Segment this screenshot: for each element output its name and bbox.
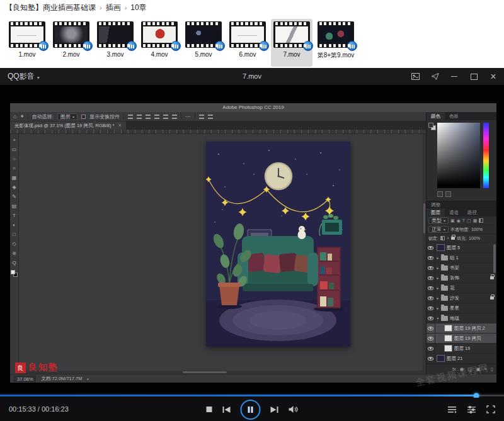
layer-lock-icon <box>490 276 494 279</box>
settings-button[interactable] <box>467 405 476 413</box>
breadcrumb-section[interactable]: 插画 <box>106 3 121 13</box>
brush-tool-icon: ✎ <box>10 192 19 201</box>
previous-button[interactable] <box>222 406 231 413</box>
group-folder-icon <box>441 276 448 281</box>
fullscreen-button[interactable] <box>486 405 495 413</box>
visibility-eye-icon <box>427 323 435 334</box>
layer-thumbnail <box>437 244 445 251</box>
video-file-6[interactable]: 6.mov <box>226 21 270 60</box>
layer-thumbnail <box>444 335 452 342</box>
hand-tool-icon: ≋ <box>10 249 19 258</box>
document-tab: 光影体现.psd @ 37.1% (图层 19 拷贝, RGB/8) * <box>10 121 126 130</box>
home-icon <box>13 113 16 120</box>
player-controls: 00:15:33 / 00:16:23 <box>0 398 504 421</box>
close-button[interactable] <box>489 72 498 81</box>
visibility-eye-icon <box>427 253 435 263</box>
type-tool-icon: T <box>10 211 19 220</box>
breadcrumb-separator-icon: › <box>100 4 102 11</box>
align-right-icon <box>146 114 151 119</box>
blend-mode-row: 正常 不透明度: 100% <box>427 225 496 234</box>
file-label: 第8+第9.mov <box>318 51 355 60</box>
photoshop-options-bar: + 自动选择: 图层 显示变换控件 <box>10 112 426 121</box>
layer-row: 星星 <box>427 303 496 313</box>
blend-mode-dropdown: 正常 <box>428 226 449 233</box>
collapse-icon <box>435 316 440 320</box>
file-label: 4.mov <box>151 51 168 58</box>
movie-badge-icon <box>215 41 225 51</box>
film-icon <box>141 21 178 48</box>
lock-transparency-icon <box>440 236 445 240</box>
visibility-eye-icon <box>427 334 435 344</box>
visibility-eye-icon <box>427 263 435 273</box>
file-label: 6.mov <box>239 51 256 58</box>
move-tool-icon: + <box>20 113 23 120</box>
breadcrumb-separator-icon: › <box>125 4 127 11</box>
stop-button[interactable] <box>206 406 213 413</box>
seek-bar[interactable] <box>0 393 504 398</box>
layers-scrollbar <box>493 244 496 273</box>
video-file-5[interactable]: 5.mov <box>181 21 226 60</box>
film-icon <box>53 21 89 48</box>
file-label: 5.mov <box>195 51 212 58</box>
filter-pixel-icon: ▣ <box>450 218 455 223</box>
opacity-label: 不透明度: <box>450 227 469 233</box>
move-tool-icon: + <box>10 135 19 145</box>
sofa <box>238 236 318 291</box>
brand-name: 良知塾 <box>28 362 59 373</box>
shape-tool-icon: □ <box>10 230 19 239</box>
play-pause-button[interactable] <box>241 400 261 420</box>
share-icon[interactable] <box>430 72 439 81</box>
document-size-info: 文档:72.0M/717.7M <box>41 376 82 382</box>
expand-icon <box>435 266 440 270</box>
movie-badge-icon <box>38 41 49 51</box>
filter-shape-icon: ▢ <box>467 218 471 223</box>
photoshop-toolbar: + ▭ ○ ⌗ ▦ ◈ ✎ ▤ T ◐ □ ◇ ≋ Q <box>10 134 19 374</box>
layer-row: 花 <box>427 283 496 293</box>
file-label: 3.mov <box>106 51 123 58</box>
breadcrumb-chapter[interactable]: 10章 <box>130 3 146 13</box>
snapshot-icon[interactable] <box>411 72 420 81</box>
video-file-7-selected[interactable]: 7.mov <box>270 21 314 60</box>
movie-badge-icon <box>171 41 181 51</box>
time-display: 00:15:33 / 00:16:23 <box>9 398 69 421</box>
layer-row: 书架 <box>427 263 496 273</box>
movie-badge-icon <box>259 41 269 51</box>
film-icon <box>273 21 310 48</box>
maximize-button[interactable] <box>469 72 478 81</box>
filter-smart-icon: ▦ <box>473 218 478 223</box>
align-bottom-icon <box>172 114 177 119</box>
volume-button[interactable] <box>289 405 299 413</box>
breadcrumb-course[interactable]: 【良知塾】商业插画基础课 <box>5 3 96 13</box>
next-button[interactable] <box>270 406 279 413</box>
align-left-icon <box>128 114 133 119</box>
filter-type-dropdown: 类型 <box>428 217 449 224</box>
group-folder-icon <box>441 286 448 291</box>
align-center-icon <box>137 114 142 119</box>
breadcrumb-bar: 【良知塾】商业插画基础课 › 插画 › 10章 <box>0 0 504 15</box>
group-folder-icon <box>441 255 448 261</box>
video-file-1[interactable]: 1.mov <box>5 21 49 60</box>
fill-label: 填充: <box>457 235 467 242</box>
foreground-background-swatch-icon <box>428 123 436 130</box>
film-icon <box>229 21 266 48</box>
video-file-2[interactable]: 2.mov <box>49 21 93 60</box>
seek-track[interactable] <box>0 395 504 396</box>
visibility-eye-icon <box>427 293 435 303</box>
playlist-button[interactable] <box>447 405 457 413</box>
expand-icon <box>435 255 440 260</box>
horizontal-ruler <box>10 130 426 134</box>
video-file-4[interactable]: 4.mov <box>137 21 181 60</box>
expand-icon <box>435 286 440 290</box>
fill-value: 100% <box>469 236 480 240</box>
tab-paths: 路径 <box>463 208 481 216</box>
video-file-8[interactable]: 第8+第9.mov <box>314 21 358 60</box>
visibility-eye-icon <box>427 303 435 313</box>
marquee-tool-icon: ▭ <box>10 145 19 154</box>
expand-icon <box>435 276 440 280</box>
align-top-icon <box>154 114 159 119</box>
video-file-3[interactable]: 3.mov <box>93 21 137 60</box>
visibility-eye-icon <box>427 344 435 354</box>
color-swatches-icon <box>11 270 18 277</box>
video-surface[interactable]: Adobe Photoshop CC 2019 + 自动选择: 图层 显示变换控… <box>0 85 504 393</box>
minimize-button[interactable] <box>450 72 459 81</box>
